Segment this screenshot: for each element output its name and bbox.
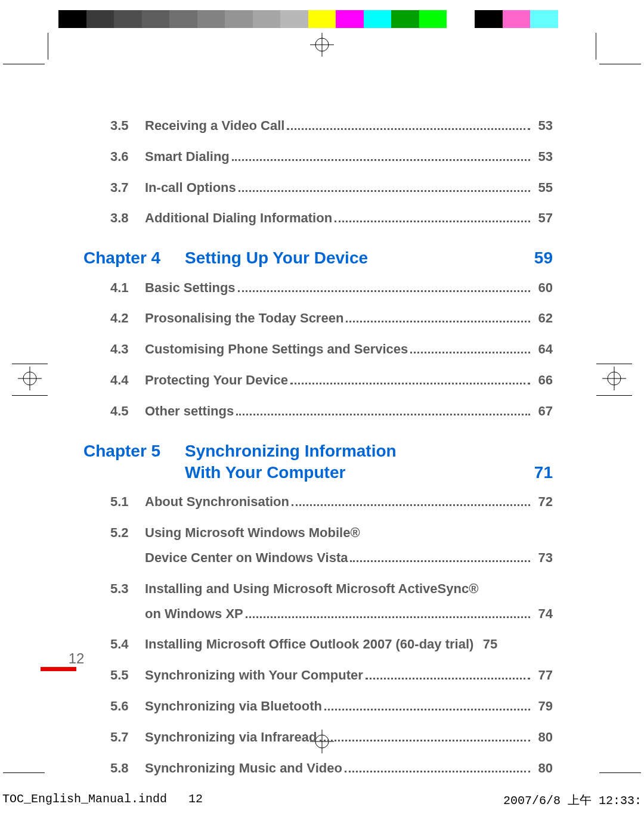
toc-entry: 3.8Additional Dialing Information57 bbox=[110, 206, 553, 231]
toc-entry: 4.4Protecting Your Device66 bbox=[110, 368, 553, 393]
slug-line: TOC_English_Manual.indd 12 2007/6/8 上午 1… bbox=[0, 792, 644, 808]
dot-leader bbox=[236, 403, 530, 415]
toc-entry-number: 5.6 bbox=[110, 694, 145, 719]
toc-entry-page: 74 bbox=[534, 601, 553, 626]
toc-entry-number: 4.3 bbox=[110, 337, 145, 362]
toc-entry-title: Additional Dialing Information bbox=[145, 206, 332, 231]
toc-entry-title: Customising Phone Settings and Services bbox=[145, 337, 408, 362]
page-number: 12 bbox=[58, 650, 94, 667]
toc-entry-title-line2: Device Center on Windows Vista bbox=[145, 545, 348, 570]
dot-leader bbox=[232, 148, 530, 161]
color-swatch bbox=[58, 10, 86, 28]
toc-entry-page: 80 bbox=[534, 725, 553, 750]
chapter-page: 59 bbox=[529, 247, 553, 269]
color-swatch bbox=[503, 10, 531, 28]
toc-entry-page: 67 bbox=[534, 399, 553, 424]
toc-entry-title: Protecting Your Device bbox=[145, 368, 288, 393]
crop-mark bbox=[596, 33, 596, 60]
dot-leader bbox=[350, 550, 530, 562]
chapter-title: Setting Up Your Device bbox=[185, 247, 529, 269]
toc-entry: 4.1Basic Settings60 bbox=[110, 275, 553, 300]
registration-mark-left bbox=[12, 364, 48, 396]
toc-entry: 5.2Using Microsoft Windows Mobile®Device… bbox=[110, 520, 553, 570]
toc-entry-page: 66 bbox=[534, 368, 553, 393]
toc-entry: 3.6Smart Dialing53 bbox=[110, 144, 553, 169]
toc-entry-page: 72 bbox=[534, 489, 553, 514]
toc-entry-number: 5.4 bbox=[110, 632, 145, 657]
color-swatch bbox=[364, 10, 392, 28]
crop-mark bbox=[599, 64, 641, 64]
toc-entry: 3.7In-call Options55 bbox=[110, 175, 553, 200]
toc-entry-page: 73 bbox=[534, 545, 553, 570]
color-swatch bbox=[336, 10, 364, 28]
toc-entry-number: 4.2 bbox=[110, 306, 145, 331]
toc-entry-page: 53 bbox=[534, 113, 553, 138]
toc-entry-number: 3.5 bbox=[110, 113, 145, 138]
toc-entry: 4.2Prosonalising the Today Screen62 bbox=[110, 306, 553, 331]
color-swatch bbox=[86, 10, 114, 28]
chapter-page: 71 bbox=[529, 462, 553, 483]
dot-leader bbox=[239, 179, 530, 192]
dot-leader bbox=[320, 729, 530, 741]
toc-content: 3.5Receiving a Video Call533.6Smart Dial… bbox=[110, 107, 553, 786]
toc-entry-number: 4.4 bbox=[110, 368, 145, 393]
toc-entry-number: 5.2 bbox=[110, 520, 145, 545]
toc-entry: 5.3Installing and Using Microsoft Micros… bbox=[110, 576, 553, 626]
color-swatch bbox=[391, 10, 419, 28]
color-swatch bbox=[253, 10, 281, 28]
chapter-heading-5: Chapter 5 Synchronizing Information With… bbox=[83, 440, 553, 484]
dot-leader bbox=[335, 210, 530, 223]
chapter-label: Chapter 4 bbox=[83, 247, 185, 269]
dot-leader bbox=[346, 311, 530, 323]
dot-leader bbox=[246, 606, 530, 618]
toc-entry-title: Basic Settings bbox=[145, 275, 236, 300]
toc-entry-page: 64 bbox=[534, 337, 553, 362]
toc-entry: 5.8Synchronizing Music and Video80 bbox=[110, 756, 553, 781]
page-number-block: 12 bbox=[58, 650, 94, 667]
color-swatch bbox=[142, 10, 170, 28]
slug-file: TOC_English_Manual.indd bbox=[2, 792, 167, 806]
toc-entry-page: 53 bbox=[534, 144, 553, 169]
toc-entry-number: 5.8 bbox=[110, 756, 145, 781]
toc-entry-page: 79 bbox=[534, 694, 553, 719]
toc-entry-title: Synchronizing via Infraread bbox=[145, 725, 317, 750]
dot-leader bbox=[366, 668, 530, 680]
color-swatch bbox=[280, 10, 308, 28]
chapter-title-line1: Synchronizing Information bbox=[185, 442, 397, 460]
toc-entry-page: 75 bbox=[478, 632, 497, 657]
crop-mark bbox=[3, 772, 45, 773]
page-number-red-tab bbox=[41, 667, 76, 671]
toc-entry-title-line2: on Windows XP bbox=[145, 601, 243, 626]
toc-entry-title-line1: Installing and Using Microsoft Microsoft… bbox=[145, 576, 478, 601]
crop-mark bbox=[599, 772, 641, 773]
toc-entry-page: 77 bbox=[534, 663, 553, 688]
toc-entry: 5.1About Synchronisation72 bbox=[110, 489, 553, 514]
crop-mark bbox=[3, 64, 45, 64]
toc-entry-number: 4.5 bbox=[110, 399, 145, 424]
toc-entry: 5.7Synchronizing via Infraread80 bbox=[110, 725, 553, 750]
toc-entry-page: 62 bbox=[534, 306, 553, 331]
toc-entry-title: About Synchronisation bbox=[145, 489, 289, 514]
toc-entry-title: In-call Options bbox=[145, 175, 236, 200]
dot-leader bbox=[292, 494, 530, 507]
toc-entry-title: Smart Dialing bbox=[145, 144, 230, 169]
dot-leader bbox=[324, 698, 530, 710]
toc-entry: 4.5Other settings67 bbox=[110, 399, 553, 424]
toc-entry-number: 5.5 bbox=[110, 663, 145, 688]
color-swatch bbox=[447, 10, 475, 28]
dot-leader bbox=[290, 372, 530, 384]
toc-entry: 5.5Synchronizing with Your Computer77 bbox=[110, 663, 553, 688]
toc-entry-title: Other settings bbox=[145, 399, 234, 424]
dot-leader bbox=[410, 342, 530, 354]
toc-entry-page: 60 bbox=[534, 275, 553, 300]
toc-entry-page: 55 bbox=[534, 175, 553, 200]
color-swatch bbox=[114, 10, 142, 28]
toc-entry: 5.4Installing Microsoft Office Outlook 2… bbox=[110, 632, 553, 657]
toc-entry-title: Receiving a Video Call bbox=[145, 113, 284, 138]
toc-entry: 4.3Customising Phone Settings and Servic… bbox=[110, 337, 553, 362]
toc-entry-number: 5.3 bbox=[110, 576, 145, 601]
color-swatch bbox=[530, 10, 558, 28]
toc-entry-number: 5.1 bbox=[110, 489, 145, 514]
color-swatch bbox=[419, 10, 447, 28]
color-swatch bbox=[308, 10, 336, 28]
